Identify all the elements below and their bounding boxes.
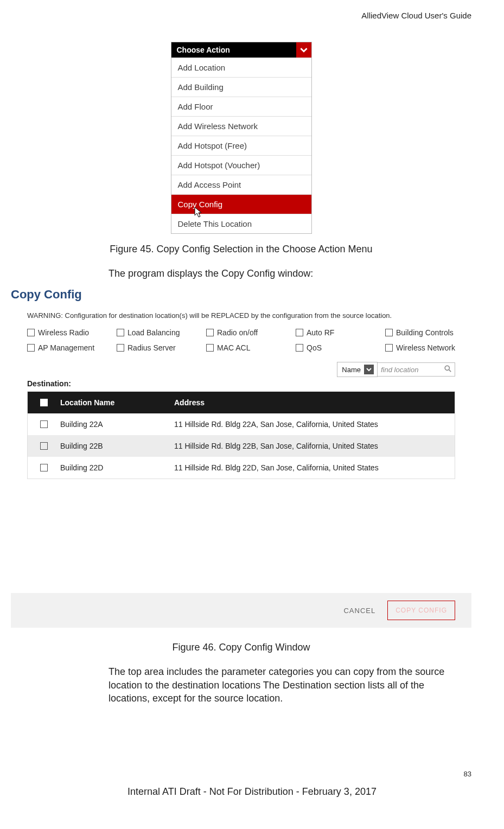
dropdown-item-copy-config[interactable]: Copy Config — [171, 194, 311, 214]
check-label: MAC ACL — [217, 343, 250, 352]
cell-location-name: Building 22D — [55, 463, 169, 472]
copy-config-warning: WARNING: Configuration for destination l… — [27, 311, 471, 320]
search-placeholder: find location — [381, 366, 418, 374]
check-label: Building Controls — [396, 328, 454, 337]
check-wireless-radio[interactable]: Wireless Radio — [27, 328, 113, 337]
checkbox-icon — [206, 344, 214, 352]
check-load-balancing[interactable]: Load Balancing — [117, 328, 203, 337]
destination-table: Location Name Address Building 22A 11 Hi… — [27, 391, 455, 479]
dropdown-item-add-access-point[interactable]: Add Access Point — [171, 175, 311, 194]
check-label: AP Management — [38, 343, 94, 352]
check-building-controls[interactable]: Building Controls — [385, 328, 471, 337]
select-all-checkbox[interactable] — [33, 398, 55, 407]
paragraph-2: The top area includes the parameter cate… — [109, 665, 466, 705]
dialog-footer: CANCEL COPY CONFIG — [11, 593, 471, 628]
dropdown-item-add-floor[interactable]: Add Floor — [171, 97, 311, 116]
svg-line-1 — [449, 370, 451, 372]
dropdown-item-add-location[interactable]: Add Location — [171, 58, 311, 77]
footer-draft-notice: Internal ATI Draft - Not For Distributio… — [0, 786, 504, 798]
table-row[interactable]: Building 22D 11 Hillside Rd. Bldg 22D, S… — [28, 457, 455, 479]
check-mac-acl[interactable]: MAC ACL — [206, 343, 292, 352]
checkbox-icon — [296, 329, 303, 336]
cell-address: 11 Hillside Rd. Bldg 22A, San Jose, Cali… — [169, 420, 449, 429]
checkbox-icon — [117, 344, 124, 352]
cancel-button[interactable]: CANCEL — [343, 607, 375, 615]
choose-action-dropdown: Choose Action Add Location Add Building … — [171, 42, 312, 234]
selector-value: Name — [342, 366, 361, 374]
dropdown-item-delete-location[interactable]: Delete This Location — [171, 214, 311, 233]
checkbox-icon — [40, 442, 48, 450]
dropdown-item-add-hotspot-voucher[interactable]: Add Hotspot (Voucher) — [171, 155, 311, 175]
cell-location-name: Building 22B — [55, 442, 169, 450]
check-wireless-network[interactable]: Wireless Network — [385, 343, 471, 352]
row-checkbox[interactable] — [33, 464, 55, 471]
cell-address: 11 Hillside Rd. Bldg 22D, San Jose, Cali… — [169, 463, 449, 472]
checkbox-icon — [40, 464, 48, 471]
check-label: Auto RF — [307, 328, 334, 337]
check-ap-management[interactable]: AP Management — [27, 343, 113, 352]
checkbox-icon — [27, 344, 35, 352]
dropdown-item-add-wireless-network[interactable]: Add Wireless Network — [171, 116, 311, 136]
figure-46-caption: Figure 46. Copy Config Window — [11, 642, 471, 653]
doc-header: AlliedView Cloud User's Guide — [11, 11, 471, 20]
search-icon — [444, 365, 451, 374]
checkbox-icon — [385, 344, 393, 352]
header-location-name: Location Name — [55, 398, 169, 407]
checkbox-icon — [296, 344, 303, 352]
checkbox-icon — [385, 329, 393, 336]
search-field-selector[interactable]: Name — [337, 362, 378, 377]
checkbox-icon — [117, 329, 124, 336]
dropdown-header[interactable]: Choose Action — [171, 42, 311, 58]
dropdown-item-add-hotspot-free[interactable]: Add Hotspot (Free) — [171, 136, 311, 155]
chevron-down-icon — [364, 365, 374, 374]
table-row[interactable]: Building 22B 11 Hillside Rd. Bldg 22B, S… — [28, 435, 455, 457]
checkbox-icon — [27, 329, 35, 336]
page-number: 83 — [464, 770, 471, 778]
check-radio-onoff[interactable]: Radio on/off — [206, 328, 292, 337]
row-checkbox[interactable] — [33, 420, 55, 428]
dropdown-title: Choose Action — [171, 42, 235, 58]
check-qos[interactable]: QoS — [296, 343, 382, 352]
figure-45-caption: Figure 45. Copy Config Selection in the … — [11, 244, 471, 255]
destination-label: Destination: — [27, 379, 471, 388]
check-auto-rf[interactable]: Auto RF — [296, 328, 382, 337]
check-label: Radio on/off — [217, 328, 258, 337]
check-label: QoS — [307, 343, 322, 352]
search-input[interactable]: find location — [378, 362, 455, 377]
checkbox-icon — [40, 399, 48, 406]
cursor-icon — [193, 207, 203, 219]
header-address: Address — [169, 398, 449, 407]
copy-config-window: Copy Config WARNING: Configuration for d… — [11, 288, 471, 628]
check-label: Wireless Radio — [38, 328, 89, 337]
cell-address: 11 Hillside Rd. Bldg 22B, San Jose, Cali… — [169, 442, 449, 450]
svg-point-0 — [445, 366, 449, 371]
table-row[interactable]: Building 22A 11 Hillside Rd. Bldg 22A, S… — [28, 413, 455, 435]
param-checkboxes: Wireless Radio Load Balancing Radio on/o… — [27, 328, 471, 352]
cell-location-name: Building 22A — [55, 420, 169, 429]
checkbox-icon — [206, 329, 214, 336]
paragraph-1: The program displays the Copy Config win… — [109, 267, 466, 280]
check-label: Wireless Network — [396, 343, 455, 352]
checkbox-icon — [40, 420, 48, 428]
table-header: Location Name Address — [28, 392, 455, 413]
dropdown-item-add-building[interactable]: Add Building — [171, 77, 311, 97]
copy-config-button[interactable]: COPY CONFIG — [387, 601, 455, 620]
chevron-down-icon — [296, 42, 311, 58]
check-radius-server[interactable]: Radius Server — [117, 343, 203, 352]
check-label: Radius Server — [127, 343, 176, 352]
copy-config-title: Copy Config — [11, 288, 471, 302]
check-label: Load Balancing — [127, 328, 180, 337]
row-checkbox[interactable] — [33, 442, 55, 450]
